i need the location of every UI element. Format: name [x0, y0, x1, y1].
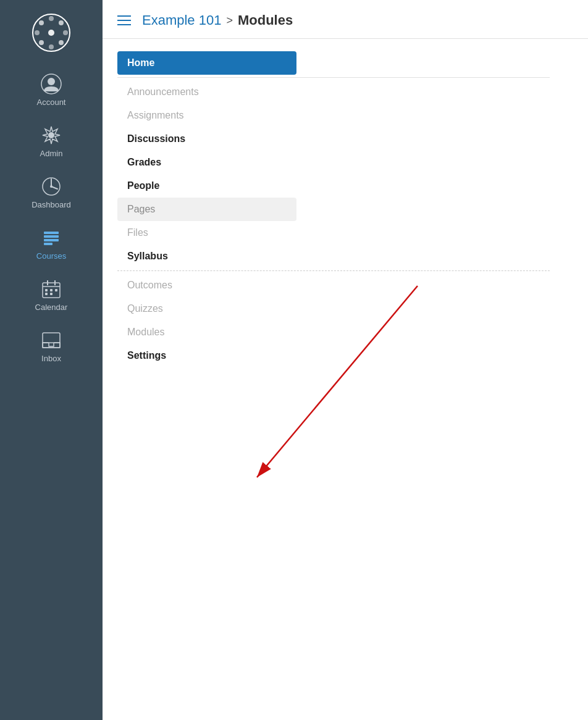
sidebar-item-inbox-label: Inbox	[41, 354, 61, 363]
svg-point-7	[35, 30, 40, 35]
breadcrumb-separator: >	[226, 14, 233, 27]
breadcrumb-link[interactable]: Example 101	[142, 12, 221, 28]
svg-rect-15	[44, 232, 59, 234]
svg-point-6	[39, 40, 44, 45]
svg-rect-28	[43, 333, 60, 348]
nav-item-settings[interactable]: Settings	[117, 344, 296, 367]
svg-point-11	[48, 78, 55, 85]
sidebar-item-courses[interactable]: Courses	[0, 218, 103, 269]
page-header: Example 101 > Modules	[103, 0, 588, 39]
svg-point-3	[63, 30, 68, 35]
nav-item-outcomes[interactable]: Outcomes	[117, 274, 296, 297]
breadcrumb-current: Modules	[238, 12, 293, 28]
nav-item-assignments[interactable]: Assignments	[117, 104, 296, 127]
courses-icon	[40, 227, 62, 249]
nav-item-syllabus[interactable]: Syllabus	[117, 245, 296, 268]
main-content: Example 101 > Modules Home Announcements…	[103, 0, 588, 720]
sidebar-item-courses-label: Courses	[36, 251, 66, 261]
nav-item-quizzes[interactable]: Quizzes	[117, 297, 296, 320]
sidebar-item-admin-label: Admin	[40, 149, 63, 158]
svg-rect-17	[44, 239, 59, 241]
sidebar-item-calendar-label: Calendar	[35, 303, 68, 312]
nav-item-files[interactable]: Files	[117, 221, 296, 245]
svg-point-5	[49, 44, 54, 49]
breadcrumb: Example 101 > Modules	[142, 12, 293, 28]
svg-rect-16	[44, 235, 59, 238]
dashboard-icon	[40, 175, 62, 198]
svg-point-14	[50, 185, 52, 188]
svg-rect-27	[50, 293, 52, 295]
sidebar-logo[interactable]	[31, 12, 72, 53]
account-icon	[40, 73, 62, 95]
hamburger-line-2	[117, 20, 131, 21]
hamburger-line-3	[117, 24, 131, 25]
admin-icon	[40, 124, 62, 146]
nav-divider-dashed	[117, 270, 550, 271]
svg-rect-23	[45, 289, 48, 291]
sidebar-item-dashboard-label: Dashboard	[32, 200, 71, 209]
svg-point-8	[39, 20, 44, 25]
course-navigation: Home Announcements Assignments Discussio…	[103, 39, 588, 720]
svg-rect-24	[50, 289, 52, 291]
sidebar-item-inbox[interactable]: Inbox	[0, 320, 103, 372]
calendar-icon	[40, 278, 62, 300]
svg-point-9	[48, 30, 54, 36]
sidebar-item-admin[interactable]: Admin	[0, 115, 103, 167]
nav-item-home[interactable]: Home	[117, 51, 296, 75]
svg-point-12	[48, 132, 54, 138]
svg-rect-18	[44, 243, 52, 245]
sidebar-item-account[interactable]: Account	[0, 64, 103, 115]
svg-point-1	[49, 16, 54, 21]
hamburger-menu-button[interactable]	[117, 15, 131, 25]
nav-item-grades[interactable]: Grades	[117, 151, 296, 174]
nav-item-pages[interactable]: Pages	[117, 198, 296, 221]
svg-rect-26	[45, 293, 48, 295]
nav-item-announcements[interactable]: Announcements	[117, 80, 296, 104]
nav-item-people[interactable]: People	[117, 174, 296, 198]
nav-item-discussions[interactable]: Discussions	[117, 127, 296, 151]
svg-point-4	[59, 40, 64, 45]
svg-rect-29	[43, 343, 60, 348]
sidebar-item-dashboard[interactable]: Dashboard	[0, 167, 103, 218]
sidebar-item-calendar[interactable]: Calendar	[0, 269, 103, 320]
inbox-icon	[40, 329, 62, 351]
svg-rect-25	[55, 289, 57, 291]
nav-divider-1	[117, 77, 550, 78]
svg-point-2	[59, 20, 64, 25]
sidebar-item-account-label: Account	[37, 98, 66, 107]
hamburger-line-1	[117, 15, 131, 17]
sidebar: Account Admin Dashboard	[0, 0, 103, 720]
nav-item-modules[interactable]: Modules	[117, 320, 296, 344]
